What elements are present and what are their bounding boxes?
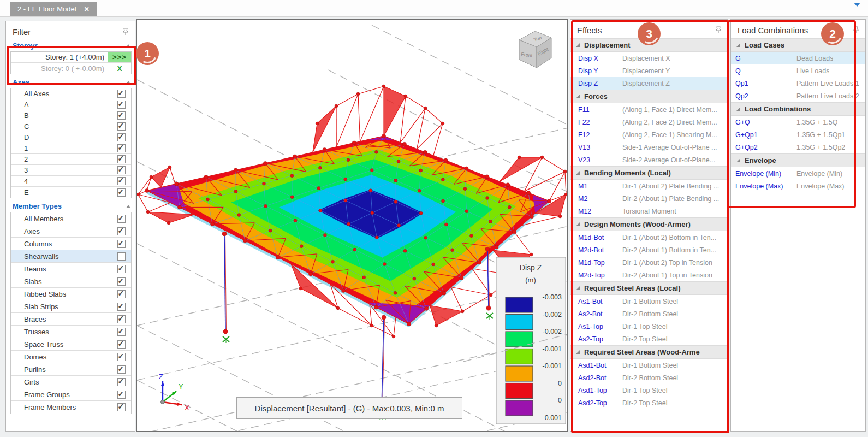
effect-row[interactable]: F22 (Along 2, Face 2) Direct Mem... (570, 116, 728, 128)
checkbox[interactable] (117, 101, 126, 109)
effect-group-header[interactable]: Forces (570, 90, 728, 103)
checkbox[interactable] (117, 90, 126, 98)
effect-row[interactable]: Asd2-Top Dir-2 Top Steel (570, 397, 728, 409)
member-type-row[interactable]: All Members (11, 212, 131, 225)
axis-row[interactable]: B (11, 110, 131, 121)
checkbox[interactable] (117, 240, 126, 248)
member-type-row[interactable]: Purlins (11, 363, 131, 376)
load-group-header[interactable]: Envelope (731, 153, 865, 167)
load-row[interactable]: G+Qp1 1.35G + 1.5Qp1 (731, 128, 865, 141)
member-type-row[interactable]: Domes (11, 351, 131, 363)
axis-row[interactable]: All Axes (11, 88, 131, 99)
effect-row[interactable]: F12 (Along 2, Face 1) Shearing M... (570, 128, 728, 141)
effect-row[interactable]: M2d-Top Dir-2 (About 1) Top in Tension (570, 269, 728, 281)
member-type-row[interactable]: Frame Members (11, 401, 131, 414)
effect-group-header[interactable]: Required Steel Areas (Wood-Arme (570, 345, 728, 359)
load-group-header[interactable]: Load Cases (731, 38, 865, 52)
load-row[interactable]: Envelope (Min) Envelope (Min) (731, 167, 865, 180)
effect-row[interactable]: As1-Bot Dir-1 Bottom Steel (570, 295, 728, 308)
effect-row[interactable]: M1d-Bot Dir-1 (About 2) Bottom in Ten... (570, 231, 728, 244)
effect-row[interactable]: Disp Z Displacement Z (570, 77, 728, 90)
checkbox[interactable] (117, 315, 126, 323)
axis-row[interactable]: C (11, 121, 131, 132)
checkbox[interactable] (117, 303, 126, 311)
effect-group-header[interactable]: Required Steel Areas (Local) (570, 281, 728, 295)
effect-row[interactable]: As1-Top Dir-1 Top Steel (570, 320, 728, 333)
checkbox[interactable] (117, 365, 126, 374)
effect-row[interactable]: V13 Side-1 Average Out-of-Plane ... (570, 141, 728, 153)
pin-icon[interactable] (852, 26, 860, 34)
effect-row[interactable]: As2-Top Dir-2 Top Steel (570, 333, 728, 345)
effect-row[interactable]: M1 Dir-1 (About 2) Plate Bending ... (570, 180, 728, 192)
checkbox[interactable] (117, 155, 126, 163)
effect-row[interactable]: Asd2-Bot Dir-2 Bottom Steel (570, 371, 728, 384)
checkbox[interactable] (117, 111, 126, 120)
effect-row[interactable]: F11 (Along 1, Face 1) Direct Mem... (570, 103, 728, 116)
member-type-row[interactable]: Axes (11, 225, 131, 238)
axis-row[interactable]: 3 (11, 165, 131, 176)
effect-row[interactable]: M12 Torsional Moment (570, 205, 728, 217)
member-type-row[interactable]: Space Truss (11, 338, 131, 351)
tab-fe-floor-model[interactable]: 2 - FE Floor Model ✕ (10, 2, 97, 16)
effect-group-header[interactable]: Design Moments (Wood-Armer) (570, 217, 728, 231)
checkbox[interactable] (117, 177, 126, 185)
storey-row[interactable]: Storey: 1 (+4.00m) >>> (11, 52, 131, 63)
load-row[interactable]: Qp1 Pattern Live Loads 1 (731, 77, 865, 90)
checkbox[interactable] (117, 378, 126, 386)
checkbox[interactable] (117, 144, 126, 152)
member-type-row[interactable]: Columns (11, 238, 131, 250)
checkbox[interactable] (117, 265, 126, 273)
checkbox[interactable] (117, 391, 126, 399)
load-row[interactable]: G+Qp2 1.35G + 1.5Qp2 (731, 141, 865, 153)
storeys-section-header[interactable]: Storeys (6, 40, 135, 51)
member-type-row[interactable]: Slab Strips (11, 300, 131, 313)
axis-row[interactable]: E (11, 187, 131, 198)
effect-row[interactable]: As2-Bot Dir-2 Bottom Steel (570, 308, 728, 320)
checkbox[interactable] (117, 277, 126, 286)
load-row[interactable]: Q Live Loads (731, 64, 865, 77)
effect-row[interactable]: Asd1-Bot Dir-1 Bottom Steel (570, 359, 728, 371)
effect-row[interactable]: M1d-Top Dir-1 (About 2) Top in Tension (570, 256, 728, 269)
member-type-row[interactable]: Frame Groups (11, 388, 131, 401)
member-type-row[interactable]: Braces (11, 313, 131, 326)
checkbox[interactable] (117, 166, 126, 174)
axis-row[interactable]: D (11, 132, 131, 143)
member-type-row[interactable]: Beams (11, 263, 131, 275)
checkbox[interactable] (117, 188, 126, 197)
checkbox[interactable] (117, 133, 126, 141)
member-type-row[interactable]: Ribbed Slabs (11, 288, 131, 300)
member-type-row[interactable]: Shearwalls (11, 250, 131, 263)
load-row[interactable]: Envelope (Max) Envelope (Max) (731, 180, 865, 192)
model-3d-scene[interactable]: Disp Z(m)-0.003-0.002-0.002-0.001-0.0010… (137, 20, 567, 431)
axes-section-header[interactable]: Axes (6, 76, 135, 88)
storey-row[interactable]: Storey: 0 ( +-0.00m) X (11, 63, 131, 74)
load-group-header[interactable]: Load Combinations (731, 102, 865, 116)
checkbox[interactable] (117, 353, 126, 361)
member-type-row[interactable]: Slabs (11, 275, 131, 288)
effect-group-header[interactable]: Bending Moments (Local) (570, 166, 728, 180)
model-viewport[interactable]: Disp Z(m)-0.003-0.002-0.002-0.001-0.0010… (136, 19, 568, 432)
effect-row[interactable]: V23 Side-2 Average Out-of-Plane... (570, 153, 728, 166)
checkbox[interactable] (117, 328, 126, 336)
member-type-row[interactable]: Trusses (11, 326, 131, 338)
effect-row[interactable]: Asd1-Top Dir-1 Top Steel (570, 384, 728, 397)
checkbox[interactable] (117, 227, 126, 235)
axis-row[interactable]: A (11, 99, 131, 110)
checkbox[interactable] (117, 403, 126, 411)
checkbox[interactable] (117, 215, 126, 223)
checkbox[interactable] (117, 290, 126, 298)
effect-row[interactable]: Disp Y Displacement Y (570, 64, 728, 77)
member-types-section-header[interactable]: Member Types (6, 200, 135, 212)
pin-icon[interactable] (715, 26, 722, 34)
checkbox[interactable] (117, 122, 126, 131)
effect-row[interactable]: Disp X Displacement X (570, 52, 728, 64)
checkbox[interactable] (117, 340, 126, 349)
axis-row[interactable]: 2 (11, 154, 131, 165)
member-type-row[interactable]: Girts (11, 376, 131, 388)
view-cube[interactable]: TopFrontRight (519, 31, 551, 68)
axis-row[interactable]: 4 (11, 176, 131, 187)
storey-action-button[interactable]: X (108, 63, 131, 74)
checkbox[interactable] (117, 252, 126, 261)
load-row[interactable]: Qp2 Pattern Live Loads 2 (731, 90, 865, 102)
storey-action-button[interactable]: >>> (108, 52, 131, 62)
